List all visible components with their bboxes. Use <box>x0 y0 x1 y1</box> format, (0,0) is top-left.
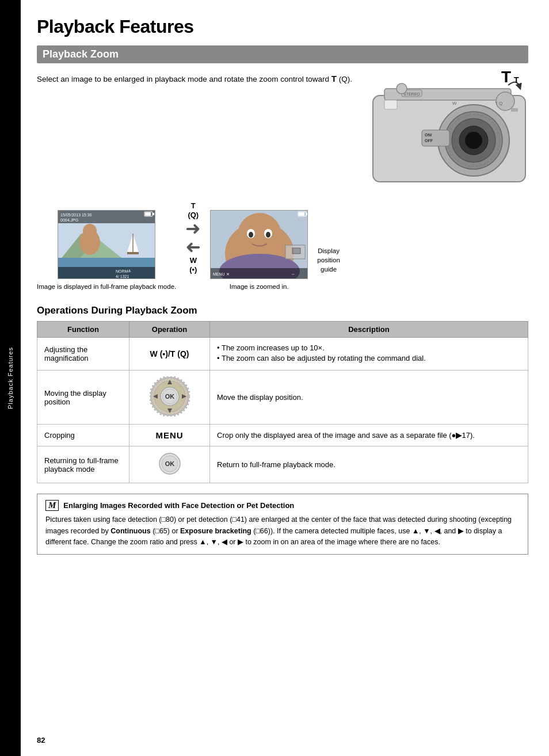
svg-text:4/ 1321: 4/ 1321 <box>116 274 129 278</box>
operation-wt: W (▪)/T (Q) <box>129 338 210 371</box>
zoom-arrows-col: T (Q) ➜ ➜ W (▪) <box>185 201 201 274</box>
note-box: M Enlarging Images Recorded with Face De… <box>37 494 528 554</box>
table-row: Adjusting the magnification W (▪)/T (Q) … <box>37 338 528 371</box>
note-title-text: Enlarging Images Recorded with Face Dete… <box>63 501 294 510</box>
full-frame-caption: Image is displayed in full-frame playbac… <box>37 282 176 291</box>
function-cropping: Cropping <box>37 425 129 446</box>
main-content: Playback Features Playback Zoom Select a… <box>21 0 549 756</box>
svg-point-6 <box>465 132 482 149</box>
intro-paren: (Q). <box>337 75 352 83</box>
T-label: T <box>501 68 511 86</box>
intro-row: Select an image to be enlarged in playba… <box>37 72 528 190</box>
svg-point-45 <box>266 232 270 238</box>
table-header-function: Function <box>37 322 129 338</box>
wt-symbol: W (▪)/T (Q) <box>150 349 189 358</box>
display-guide-label: Displaypositionguide <box>317 246 340 274</box>
operation-dial: OK <box>129 371 210 425</box>
svg-rect-33 <box>152 213 154 215</box>
operations-title: Operations During Playback Zoom <box>37 305 528 316</box>
arrow-left-icon: ➜ <box>185 238 201 256</box>
intro-bold-T: T <box>331 74 337 83</box>
svg-point-25 <box>83 224 97 238</box>
camera-svg: STEREO ON/ OFF <box>367 72 534 188</box>
description-adjusting: The zoom increases up to 10×. The zoom c… <box>210 338 528 371</box>
operations-table: Function Operation Description Adjusting… <box>37 321 528 483</box>
svg-rect-51 <box>299 212 304 216</box>
page-number: 82 <box>37 736 45 744</box>
svg-text:OK: OK <box>165 393 174 400</box>
function-adjusting: Adjusting the magnification <box>37 338 129 371</box>
svg-point-40 <box>238 213 281 257</box>
page-container: Playback Features Playback Features Play… <box>0 0 549 756</box>
list-item: The zoom can also be adjusted by rotatin… <box>217 354 521 362</box>
svg-text:15/05/2013 15:30: 15/05/2013 15:30 <box>60 213 92 217</box>
table-header-description: Description <box>210 322 528 338</box>
table-row: Moving the display position <box>37 371 528 425</box>
sidebar: Playback Features <box>0 0 21 756</box>
full-frame-section: 15/05/2013 15:30 0004.JPG NORM≛ 4/ 1321 … <box>37 210 176 291</box>
svg-text:T: T <box>514 75 519 85</box>
svg-text:MENU ✕: MENU ✕ <box>213 272 230 276</box>
svg-text:0004.JPG: 0004.JPG <box>60 218 78 222</box>
svg-rect-50 <box>306 213 308 215</box>
svg-text:W: W <box>452 101 457 106</box>
svg-rect-34 <box>145 212 151 216</box>
function-moving: Moving the display position <box>37 371 129 425</box>
svg-rect-53 <box>292 248 300 254</box>
list-item: The zoom increases up to 10×. <box>217 343 521 352</box>
zoomed-caption: Image is zoomed in. <box>230 282 289 291</box>
description-moving: Move the display position. <box>210 371 528 425</box>
svg-text:STEREO: STEREO <box>403 92 420 96</box>
zoomed-image: MENU ✕ ↔ <box>210 210 308 279</box>
svg-text:OK: OK <box>165 460 174 467</box>
sidebar-label: Playback Features <box>7 347 14 409</box>
camera-diagram: T STEREO <box>367 72 528 190</box>
operation-menu: MENU <box>129 425 210 446</box>
full-frame-image: 15/05/2013 15:30 0004.JPG NORM≛ 4/ 1321 <box>58 210 155 279</box>
menu-symbol: MENU <box>155 430 183 440</box>
arrow-right-icon: ➜ <box>185 219 201 238</box>
note-icon: M <box>45 500 59 511</box>
svg-rect-35 <box>58 267 155 279</box>
page-title: Playback Features <box>37 16 528 37</box>
T-zoom-label: T (Q) <box>188 201 199 219</box>
operation-ok: OK <box>129 446 210 483</box>
svg-text:OFF: OFF <box>425 139 433 143</box>
svg-rect-18 <box>384 100 397 109</box>
W-zoom-label: W (▪) <box>189 256 197 274</box>
svg-rect-19 <box>511 108 518 112</box>
nav-dial-svg: OK <box>150 376 190 417</box>
description-returning: Return to full-frame playback mode. <box>210 446 528 483</box>
svg-text:NORM≛: NORM≛ <box>116 269 131 273</box>
ok-button-svg: OK <box>158 452 181 475</box>
intro-text: Select an image to be enlarged in playba… <box>37 72 356 86</box>
svg-text:↔: ↔ <box>291 272 295 276</box>
bullet-list: The zoom increases up to 10×. The zoom c… <box>217 343 521 362</box>
function-returning: Returning to full-frame playback mode <box>37 446 129 483</box>
svg-point-43 <box>249 232 253 238</box>
display-guide: Displaypositionguide <box>317 243 340 274</box>
description-cropping: Crop only the displayed area of the imag… <box>210 425 528 446</box>
svg-point-13 <box>396 83 407 94</box>
intro-text-main: Select an image to be enlarged in playba… <box>37 75 331 83</box>
zoomed-section: MENU ✕ ↔ Image is zoomed in. <box>210 210 308 291</box>
svg-text:T Q: T Q <box>495 101 502 106</box>
section-header-playback-zoom: Playback Zoom <box>37 45 528 63</box>
note-title: M Enlarging Images Recorded with Face De… <box>45 500 520 511</box>
svg-text:ON/: ON/ <box>425 133 432 137</box>
table-row: Returning to full-frame playback mode OK… <box>37 446 528 483</box>
note-body: Pictures taken using face detection (□80… <box>45 514 520 548</box>
table-row: Cropping MENU Crop only the displayed ar… <box>37 425 528 446</box>
zoom-demo-row: 15/05/2013 15:30 0004.JPG NORM≛ 4/ 1321 … <box>37 201 528 291</box>
table-header-operation: Operation <box>129 322 210 338</box>
